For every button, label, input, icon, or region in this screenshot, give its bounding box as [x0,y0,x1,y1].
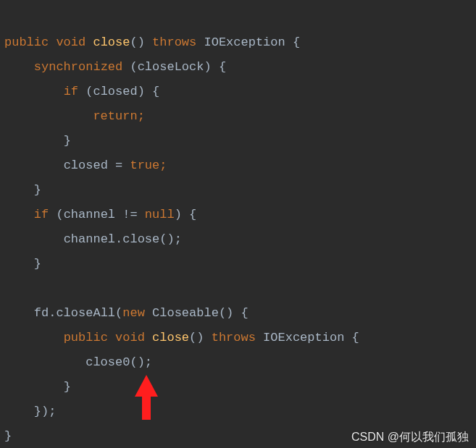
fn-closeAll: closeAll [56,306,115,320]
cls-Closeable: Closeable [152,306,219,320]
parens: () [130,355,144,369]
kw-return: return [93,109,137,123]
fn-close: close [122,232,159,246]
code-block: public void close() throws IOException {… [0,0,476,448]
semi: ; [49,405,56,418]
id-closed: closed [93,85,137,98]
brace: { [241,306,249,320]
kw-throws: throws [212,331,256,345]
op-neq: != [122,208,137,221]
paren: ) [175,208,182,221]
exception: IOException [204,35,285,49]
kw-synchronized: synchronized [34,60,122,74]
brace: { [219,60,226,74]
semi: ; [175,232,182,246]
id-channel: channel [64,232,115,246]
brace: { [352,331,359,345]
brace: } [64,380,71,394]
parens: () [189,331,204,345]
id-fd: fd [34,306,49,320]
dot: . [115,232,122,246]
semi: ; [159,159,167,172]
kw-new: new [122,306,145,320]
brace: { [293,35,300,49]
method-close: close [93,35,130,49]
watermark: CSDN @何以我们孤独 [351,431,469,444]
brace: { [152,85,159,98]
kw-if: if [34,208,49,221]
id-closeLock: closeLock [138,60,204,74]
eq: = [115,159,122,172]
brace: { [189,208,196,221]
brace: } [34,257,41,271]
semi: ; [138,109,145,123]
brace: } [34,405,41,418]
paren: ( [115,306,122,320]
parens: () [130,35,144,49]
id-closed: closed [64,159,108,172]
kw-null: null [145,208,175,221]
parens: () [219,306,233,320]
kw-if: if [64,85,78,98]
kw-public: public [64,331,108,345]
kw-void: void [115,331,145,345]
paren: ) [204,60,211,74]
brace: } [34,183,41,197]
paren: ) [41,405,49,418]
paren: ) [138,85,145,98]
kw-throws: throws [152,35,196,49]
paren: ( [56,208,63,221]
brace: } [4,429,12,443]
exception: IOException [263,331,344,345]
method-close: close [152,331,189,345]
paren: ( [85,85,93,98]
brace: } [64,134,71,148]
fn-close0: close0 [85,355,130,369]
semi: ; [145,355,152,369]
kw-public: public [4,35,49,49]
id-channel: channel [64,208,115,221]
dot: . [49,306,56,320]
parens: () [159,232,174,246]
kw-true: true [130,159,159,172]
paren: ( [130,60,137,74]
kw-void: void [56,35,85,49]
